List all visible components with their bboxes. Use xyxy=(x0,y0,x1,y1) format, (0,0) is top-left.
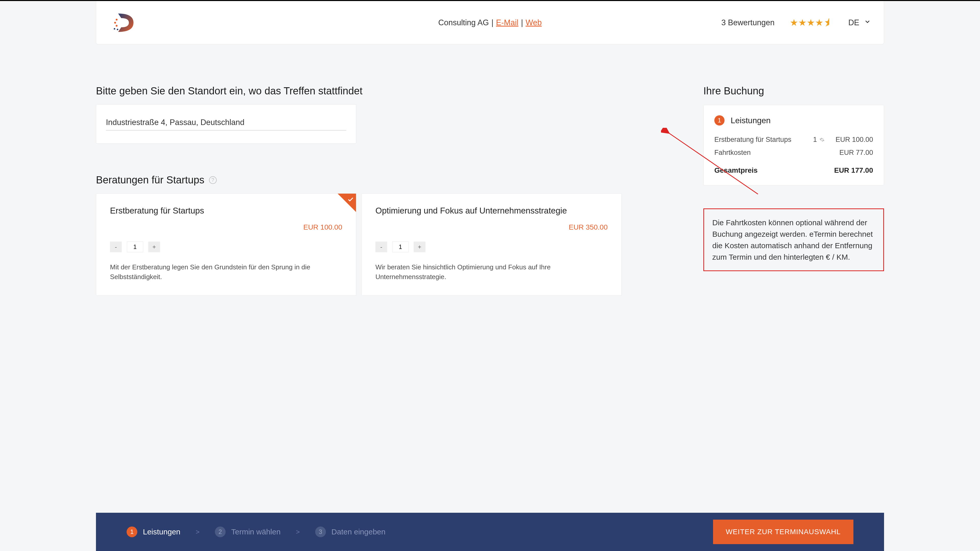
booking-title: Ihre Buchung xyxy=(703,85,884,97)
reviews-count: 3 Bewertungen xyxy=(721,18,775,27)
logo xyxy=(109,6,142,39)
footer-step[interactable]: 3 Daten eingeben xyxy=(315,527,386,537)
line-item-qty: 1 xyxy=(813,136,817,144)
footer-step-label: Daten eingeben xyxy=(331,527,386,536)
gear-icon[interactable] xyxy=(819,137,824,142)
chevron-down-icon xyxy=(864,18,871,27)
company-name: Consulting AG xyxy=(438,18,489,27)
line-item-label: Erstberatung für Startups xyxy=(714,136,809,144)
step-separator-icon: > xyxy=(296,528,300,536)
services-title: Beratungen für Startups xyxy=(96,174,204,186)
info-callout: Die Fahrtkosten können optional während … xyxy=(703,208,884,271)
booking-line-item: Fahrtkosten EUR 77.00 xyxy=(714,146,873,159)
qty-plus-button[interactable]: + xyxy=(148,241,160,252)
svg-point-2 xyxy=(116,25,118,27)
step-separator-icon: > xyxy=(196,528,200,536)
total-price: EUR 177.00 xyxy=(824,166,873,175)
booking-total-row: Gesamtpreis EUR 177.00 xyxy=(714,159,873,175)
service-card-title: Erstberatung für Startups xyxy=(110,206,342,216)
svg-point-1 xyxy=(114,22,116,24)
line-item-price: EUR 77.00 xyxy=(824,149,873,157)
qty-minus-button[interactable]: - xyxy=(110,241,122,252)
footer-step-num: 2 xyxy=(215,527,226,537)
line-item-price: EUR 100.00 xyxy=(824,136,873,144)
location-card xyxy=(96,104,356,144)
language-selector[interactable]: DE xyxy=(848,18,871,27)
footer-step-label: Leistungen xyxy=(143,527,180,536)
footer-step-label: Termin wählen xyxy=(231,527,280,536)
service-card-price: EUR 100.00 xyxy=(110,223,342,231)
footer-bar: 1 Leistungen > 2 Termin wählen > 3 Daten… xyxy=(96,513,884,551)
qty-value: 1 xyxy=(127,241,143,252)
footer-step[interactable]: 2 Termin wählen xyxy=(215,527,280,537)
callout-text: Die Fahrtkosten können optional während … xyxy=(712,218,873,261)
header-bar: Consulting AG | E-Mail | Web 3 Bewertung… xyxy=(96,1,884,44)
separator: | xyxy=(521,18,523,27)
star-rating-icon: ★★★★⯨ xyxy=(790,17,833,28)
separator: | xyxy=(492,18,493,27)
web-link[interactable]: Web xyxy=(525,18,542,27)
qty-minus-button[interactable]: - xyxy=(375,241,387,252)
service-card[interactable]: Optimierung und Fokus auf Unternehmensst… xyxy=(361,193,622,295)
booking-line-item: Erstberatung für Startups 1 EUR 100.00 xyxy=(714,133,873,146)
line-item-label: Fahrtkosten xyxy=(714,149,809,157)
service-card-price: EUR 350.00 xyxy=(375,223,608,231)
service-card-desc: Wir beraten Sie hinsichtlich Optimierung… xyxy=(375,262,608,282)
booking-step-label: Leistungen xyxy=(731,116,771,125)
selected-badge xyxy=(338,194,356,212)
svg-point-4 xyxy=(117,29,118,30)
svg-point-3 xyxy=(114,28,115,30)
qty-plus-button[interactable]: + xyxy=(414,241,425,252)
booking-summary-card: 1 Leistungen Erstberatung für Startups 1… xyxy=(703,105,884,186)
booking-step-badge: 1 xyxy=(714,115,724,125)
footer-step-num: 3 xyxy=(315,527,326,537)
svg-point-0 xyxy=(116,19,118,21)
footer-step-num: 1 xyxy=(127,527,137,537)
service-card-desc: Mit der Erstberatung legen Sie den Grund… xyxy=(110,262,342,282)
email-link[interactable]: E-Mail xyxy=(496,18,519,27)
footer-step[interactable]: 1 Leistungen xyxy=(127,527,180,537)
next-button[interactable]: WEITER ZUR TERMINAUSWAHL xyxy=(713,519,853,544)
service-card[interactable]: Erstberatung für Startups EUR 100.00 - 1… xyxy=(96,193,356,295)
location-input[interactable] xyxy=(106,115,346,130)
total-label: Gesamtpreis xyxy=(714,166,824,175)
language-label: DE xyxy=(848,18,859,27)
service-card-title: Optimierung und Fokus auf Unternehmensst… xyxy=(375,206,608,216)
help-icon[interactable]: ? xyxy=(209,176,217,184)
location-title: Bitte geben Sie den Standort ein, wo das… xyxy=(96,85,622,97)
qty-value: 1 xyxy=(392,241,409,252)
